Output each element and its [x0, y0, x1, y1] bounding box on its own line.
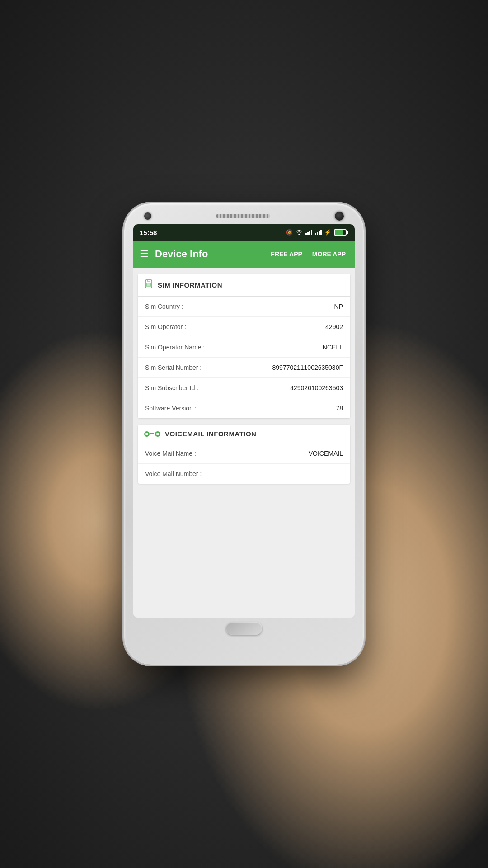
- sim-information-card: SIM INFORMATION Sim Country : NP Sim Ope…: [138, 274, 350, 418]
- front-camera: [335, 212, 344, 221]
- sim-card-icon: [144, 279, 153, 291]
- phone-screen: 15:58 🔕: [133, 224, 355, 618]
- vm-circle-right: [155, 431, 160, 437]
- sim-info-row: Sim Serial Number : 8997702111002635030F: [138, 358, 350, 378]
- vm-info-row: Voice Mail Name : VOICEMAIL: [138, 443, 350, 464]
- phone-top: [131, 212, 357, 221]
- phone-frame: 15:58 🔕: [124, 203, 364, 665]
- free-app-button[interactable]: FREE APP: [268, 249, 305, 259]
- bar3: [319, 231, 320, 235]
- voicemail-section-header: VOICEMAIL INFORMATION: [138, 425, 350, 443]
- scene: 15:58 🔕: [0, 0, 488, 868]
- camera-dot-left: [144, 212, 151, 220]
- app-title: Device Info: [155, 248, 263, 260]
- sim-label-0: Sim Country :: [145, 303, 183, 310]
- sim-label-5: Software Version :: [145, 405, 197, 412]
- sim-value-2: NCELL: [323, 344, 343, 351]
- vm-circle-left: [144, 431, 150, 437]
- sim-rows: Sim Country : NP Sim Operator : 42902 Si…: [138, 297, 350, 418]
- voicemail-information-card: VOICEMAIL INFORMATION Voice Mail Name : …: [138, 425, 350, 484]
- status-bar: 15:58 🔕: [133, 224, 355, 241]
- menu-icon[interactable]: ☰: [140, 248, 149, 260]
- sim-label-2: Sim Operator Name :: [145, 344, 205, 351]
- bar1: [315, 233, 316, 235]
- content-area: SIM INFORMATION Sim Country : NP Sim Ope…: [133, 268, 355, 618]
- voicemail-icon: [144, 431, 160, 437]
- bar2: [317, 232, 318, 235]
- bar1: [305, 233, 307, 235]
- sim-value-0: NP: [334, 303, 343, 310]
- sim-info-row: Sim Subscriber Id : 429020100263503: [138, 378, 350, 398]
- battery-tip: [347, 231, 348, 234]
- battery-indicator: [334, 229, 348, 236]
- svg-rect-2: [147, 283, 150, 286]
- sim-label-1: Sim Operator :: [145, 323, 186, 330]
- battery-fill: [335, 230, 343, 235]
- home-button[interactable]: [226, 622, 262, 635]
- speaker-grille: [216, 214, 270, 218]
- sim-info-row: Sim Country : NP: [138, 297, 350, 317]
- sim-value-1: 42902: [325, 323, 343, 330]
- phone-bottom: [226, 622, 262, 635]
- sim-label-3: Sim Serial Number :: [145, 364, 202, 371]
- sim-value-5: 78: [336, 405, 343, 412]
- vm-line: [150, 433, 154, 434]
- vm-label-0: Voice Mail Name :: [145, 450, 196, 457]
- app-bar: ☰ Device Info FREE APP MORE APP: [133, 241, 355, 268]
- sim-info-row: Sim Operator Name : NCELL: [138, 337, 350, 358]
- sim-value-3: 8997702111002635030F: [272, 364, 343, 371]
- wifi-icon: [296, 229, 303, 236]
- sim-section-header: SIM INFORMATION: [138, 274, 350, 297]
- bar4: [311, 230, 312, 235]
- sim-label-4: Sim Subscriber Id :: [145, 384, 198, 392]
- vm-label-1: Voice Mail Number :: [145, 470, 202, 477]
- status-icons: 🔕: [286, 229, 348, 236]
- camera-area: [144, 212, 151, 220]
- sim-info-row: Sim Operator : 42902: [138, 317, 350, 337]
- sim-section-title: SIM INFORMATION: [158, 281, 222, 289]
- charging-icon: ⚡: [324, 229, 331, 236]
- alarm-icon: 🔕: [286, 229, 293, 236]
- voicemail-rows: Voice Mail Name : VOICEMAIL Voice Mail N…: [138, 443, 350, 484]
- more-app-button[interactable]: MORE APP: [310, 249, 348, 259]
- bar4: [320, 230, 322, 235]
- bar3: [309, 231, 310, 235]
- signal-bars-2: [315, 230, 322, 235]
- vm-info-row: Voice Mail Number :: [138, 464, 350, 484]
- vm-value-0: VOICEMAIL: [309, 450, 343, 457]
- signal-bars-1: [305, 230, 312, 235]
- voicemail-section-title: VOICEMAIL INFORMATION: [165, 430, 256, 438]
- sim-value-4: 429020100263503: [290, 384, 343, 392]
- status-time: 15:58: [140, 229, 157, 236]
- bar2: [307, 232, 309, 235]
- battery-body: [334, 229, 347, 236]
- sim-info-row: Software Version : 78: [138, 398, 350, 418]
